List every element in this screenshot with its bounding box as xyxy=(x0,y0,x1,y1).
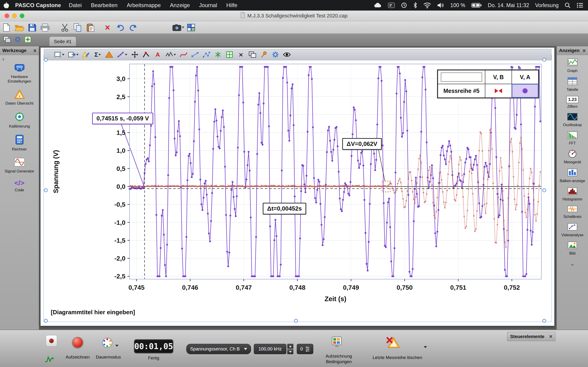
display-item-videoanalyse[interactable]: Videoanalyse xyxy=(557,223,588,237)
wifi-icon[interactable] xyxy=(423,2,431,8)
delete-run-dropdown-caret[interactable] xyxy=(424,346,427,348)
open-file-button[interactable] xyxy=(13,22,26,33)
screenshare-status-icon[interactable] xyxy=(388,2,395,8)
trigger-icon[interactable] xyxy=(105,50,113,59)
resize-handle[interactable] xyxy=(542,58,546,62)
menu-arbeitsmappe[interactable]: Arbeitsmappe xyxy=(122,2,165,8)
offset-field[interactable]: 0 xyxy=(297,344,313,354)
close-icon[interactable]: × xyxy=(33,48,36,53)
menu-datei[interactable]: Datei xyxy=(64,2,86,8)
legend-table[interactable]: V, B V, A Messreihe #5 xyxy=(437,69,539,98)
scroll-down-icon[interactable]: ⌄ xyxy=(557,260,588,268)
sidebar-item-hardware-settings[interactable]: Hardware Einstellungen xyxy=(0,63,39,84)
scale-to-fit-icon[interactable] xyxy=(82,50,90,59)
prediction-icon[interactable] xyxy=(203,50,210,59)
save-button[interactable] xyxy=(26,22,39,33)
display-item-oszilloskop[interactable]: Oszilloskop xyxy=(557,113,588,127)
delete-last-run-icon[interactable] xyxy=(386,336,400,350)
dropdown-caret[interactable] xyxy=(62,54,64,56)
display-item-tabelle[interactable]: Tabelle xyxy=(557,77,588,92)
display-item-bild[interactable]: Bild xyxy=(557,241,588,256)
statistics-sigma-icon[interactable]: Σ xyxy=(94,50,102,59)
slope-tool-icon[interactable] xyxy=(117,50,127,59)
sample-rate-field[interactable]: 100,00 kHz xyxy=(254,344,286,354)
menu-anzeige[interactable]: Anzeige xyxy=(165,2,195,8)
interpolate-icon[interactable] xyxy=(191,50,199,59)
properties-gear-icon[interactable] xyxy=(271,50,279,59)
dropdown-caret[interactable] xyxy=(174,54,176,56)
sidebar-item-kalibrierung[interactable]: Kalibrierung xyxy=(0,112,39,129)
legend-col-va[interactable]: V, A xyxy=(512,70,538,84)
sensor-dropdown-caret[interactable] xyxy=(244,348,247,350)
menu-bearbeiten[interactable]: Bearbeiten xyxy=(86,2,122,8)
rate-increase-button[interactable] xyxy=(287,344,293,349)
legend-col-vb[interactable]: V, B xyxy=(485,70,512,84)
snapshot-dropdown-caret[interactable] xyxy=(182,27,184,28)
display-item-fft[interactable]: FFT xyxy=(557,131,588,145)
time-machine-icon[interactable] xyxy=(401,2,407,8)
close-icon[interactable]: × xyxy=(549,334,552,339)
tab-seite-1[interactable]: Seite #1 xyxy=(49,36,76,46)
resize-handle[interactable] xyxy=(44,188,48,192)
layout-icon[interactable] xyxy=(249,50,256,59)
paste-button[interactable] xyxy=(84,22,97,33)
keynote-status-item[interactable]: Vorlesung xyxy=(535,2,559,8)
delta-t-annotation[interactable]: Δt=0,00452s xyxy=(263,203,306,215)
add-page-icon[interactable] xyxy=(24,36,31,44)
record-indicator-button[interactable] xyxy=(46,335,57,347)
undo-button[interactable] xyxy=(114,22,127,33)
cut-button[interactable] xyxy=(58,22,71,33)
print-button[interactable] xyxy=(39,22,52,33)
workbook-page[interactable]: 3,02,52,01,51,00,50,0-0,5-1,0-1,5-2,0-2,… xyxy=(40,48,554,326)
steuerelemente-panel-header[interactable]: Steuerelemente × xyxy=(507,332,555,341)
sidebar-item-rechner[interactable]: Rechner xyxy=(0,135,39,152)
bluetooth-icon[interactable] xyxy=(413,2,417,8)
delta-v-annotation[interactable]: ΔV=0,062V xyxy=(342,138,382,150)
workbook-layout-button[interactable] xyxy=(185,22,198,33)
resize-handle[interactable] xyxy=(542,188,546,192)
resize-handle[interactable] xyxy=(294,319,298,323)
legend-marker-vb[interactable] xyxy=(485,84,512,98)
app-menu-title[interactable]: PASCO Capstone xyxy=(12,2,64,8)
select-data-icon[interactable] xyxy=(54,50,64,59)
record-button[interactable] xyxy=(72,337,83,348)
control-center-list-icon[interactable] xyxy=(577,2,583,8)
new-file-button[interactable] xyxy=(0,22,13,33)
point-annotation[interactable]: 0,74515 s, -0,059 V xyxy=(92,113,153,124)
pin-icon[interactable] xyxy=(260,50,268,59)
display-item-balkenanzeige[interactable]: Balken-anzeige xyxy=(557,168,588,183)
visibility-eye-icon[interactable] xyxy=(283,50,291,59)
close-icon[interactable]: × xyxy=(582,48,586,53)
legend-header-cell[interactable] xyxy=(438,70,485,84)
bin-asterisk-icon[interactable] xyxy=(214,50,222,59)
dropdown-caret[interactable] xyxy=(99,54,101,56)
page-settings-gear-icon[interactable] xyxy=(14,36,21,44)
signal-mode-icon[interactable] xyxy=(44,355,54,364)
display-item-schaltkreis[interactable]: Schaltkreis xyxy=(557,206,588,219)
mode-dropdown-caret[interactable] xyxy=(115,345,119,347)
window-title-bar[interactable]: M.J.3.3 Schallgeschwindigkeit Test 2020.… xyxy=(0,10,588,21)
menu-bar-clock[interactable]: Do. 14. Mai 11:32 xyxy=(488,2,529,8)
diagram-title-placeholder[interactable]: [Diagrammtitel hier eingeben] xyxy=(51,309,135,316)
resize-handle[interactable] xyxy=(44,319,48,323)
move-data-icon[interactable] xyxy=(131,50,139,59)
battery-icon[interactable] xyxy=(471,2,482,8)
legend-run-label[interactable]: Messreihe #5 xyxy=(438,84,485,98)
annotation-icon[interactable]: A xyxy=(154,50,162,59)
menu-journal[interactable]: Journal xyxy=(195,2,222,8)
redo-button[interactable] xyxy=(127,22,140,33)
legend-marker-va[interactable] xyxy=(512,84,538,98)
curve-fit-icon[interactable] xyxy=(180,50,187,59)
display-item-graph[interactable]: Graph xyxy=(557,58,588,73)
run-selector-icon[interactable] xyxy=(165,50,176,59)
recording-conditions-icon[interactable] xyxy=(331,336,344,349)
bin-grid-icon[interactable] xyxy=(225,50,233,59)
add-plot-area-icon[interactable] xyxy=(68,50,78,59)
apple-menu-icon[interactable] xyxy=(0,2,12,9)
menu-hilfe[interactable]: Hilfe xyxy=(222,2,242,8)
sensor-select[interactable]: Spannungssensor, Ch B xyxy=(186,344,251,354)
volume-icon[interactable] xyxy=(437,2,444,8)
legend-name-input[interactable] xyxy=(441,73,482,82)
resize-handle[interactable] xyxy=(44,58,48,62)
spotlight-search-icon[interactable] xyxy=(565,2,571,8)
